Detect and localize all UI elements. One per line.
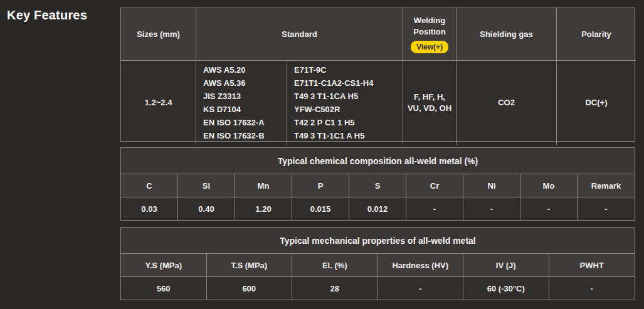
chem-header-cell: Ni: [463, 174, 520, 197]
mech-value-cell: -: [549, 277, 635, 300]
chem-value-cell: 1.20: [235, 197, 292, 220]
chem-value-cell: 0.015: [292, 197, 349, 220]
standard-item: E71T1-C1A2-CS1-H4: [294, 76, 403, 90]
chem-header-cell: Mo: [520, 174, 578, 197]
chem-data-row: 0.03 0.40 1.20 0.015 0.012 - - - -: [121, 197, 635, 220]
mech-header-row: Y.S (MPa) T.S (MPa) El. (%) Hardness (HV…: [121, 254, 635, 277]
chem-header-cell: Mn: [235, 174, 292, 197]
standard-list-right: E71T-9C E71T1-C1A2-CS1-H4 T49 3 T1-1CA H…: [287, 61, 403, 145]
standard-item: E71T-9C: [294, 63, 403, 76]
header-polarity: Polarity: [557, 8, 636, 61]
standard-list-left: AWS A5.20 AWS A5.36 JIS Z3313 KS D7104 E…: [196, 61, 287, 145]
chem-value-cell: -: [520, 197, 578, 220]
chem-header-cell: Remark: [578, 174, 635, 197]
cell-standard: AWS A5.20 AWS A5.36 JIS Z3313 KS D7104 E…: [196, 61, 403, 145]
chem-header-row: C Si Mn P S Cr Ni Mo Remark: [121, 174, 635, 197]
header-standard: Standard: [196, 8, 403, 61]
chem-value-cell: -: [406, 197, 463, 220]
standard-item: YFW-C502R: [294, 103, 403, 116]
standard-item: JIS Z3313: [203, 90, 287, 103]
mech-value-cell: -: [378, 277, 464, 300]
mech-header-cell: IV (J): [463, 254, 549, 277]
spec-header-row: Sizes (mm) Standard Welding Position Vie…: [121, 8, 635, 61]
chem-value-cell: 0.012: [349, 197, 406, 220]
mech-header-cell: El. (%): [292, 254, 378, 277]
standard-item: KS D7104: [203, 103, 287, 116]
spec-data-row: 1.2~2.4 AWS A5.20 AWS A5.36 JIS Z3313 KS…: [121, 61, 635, 141]
chem-value-cell: -: [463, 197, 520, 220]
standard-item: EN ISO 17632-A: [203, 116, 287, 129]
standard-item: AWS A5.36: [203, 76, 287, 90]
mech-header-cell: Y.S (MPa): [121, 254, 207, 277]
mech-value-cell: 60 (-30°C): [463, 277, 549, 300]
mechanical-properties-table: Typical mechanical properties of all-wel…: [120, 227, 635, 300]
mech-value-cell: 28: [292, 277, 378, 300]
chem-header-cell: Cr: [406, 174, 463, 197]
spec-table: Sizes (mm) Standard Welding Position Vie…: [120, 8, 635, 142]
chem-header-cell: P: [292, 174, 349, 197]
mech-value-cell: 560: [121, 277, 207, 300]
cell-welding-position: F, HF, H, VU, VD, OH: [403, 61, 457, 145]
standard-item: T49 3 T1-1C1 A H5: [294, 129, 403, 142]
mech-value-cell: 600: [207, 277, 293, 300]
cell-sizes: 1.2~2.4: [121, 61, 196, 145]
mech-data-row: 560 600 28 - 60 (-30°C) -: [121, 277, 635, 300]
standard-item: T49 3 T1-1CA H5: [294, 90, 403, 103]
welding-position-label: Welding Position: [403, 15, 456, 37]
chem-header-cell: Si: [178, 174, 235, 197]
view-plus-badge[interactable]: View(+): [411, 41, 448, 53]
mech-header-cell: Hardness (HV): [378, 254, 464, 277]
cell-polarity: DC(+): [557, 61, 636, 145]
chem-table-title: Typical chemical composition all-weld me…: [121, 148, 635, 174]
cell-shielding-gas: CO2: [457, 61, 557, 145]
chem-value-cell: 0.40: [178, 197, 235, 220]
mech-header-cell: T.S (MPa): [207, 254, 293, 277]
standard-item: T42 2 P C1 1 H5: [294, 116, 403, 129]
mech-table-title: Typical mechanical properties of all-wel…: [121, 228, 635, 254]
standard-item: EN ISO 17632-B: [203, 129, 287, 142]
chem-value-cell: 0.03: [121, 197, 178, 220]
header-welding-position: Welding Position View(+): [403, 8, 457, 61]
chem-header-cell: C: [121, 174, 178, 197]
chem-header-cell: S: [349, 174, 406, 197]
chem-value-cell: -: [578, 197, 635, 220]
standard-item: AWS A5.20: [203, 63, 287, 76]
mech-header-cell: PWHT: [549, 254, 635, 277]
page-title: Key Features: [7, 8, 87, 23]
chemical-composition-table: Typical chemical composition all-weld me…: [120, 147, 635, 221]
header-sizes: Sizes (mm): [121, 8, 196, 61]
header-shielding-gas: Shielding gas: [457, 8, 557, 61]
